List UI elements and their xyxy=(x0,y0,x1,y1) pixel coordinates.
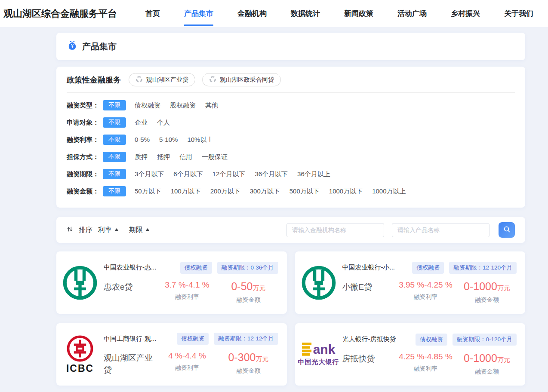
bank-product-fullname: 中国农业银行-惠... xyxy=(104,263,175,272)
policy-loan-button[interactable]: 观山湖区政采合同贷 xyxy=(202,73,281,86)
nav-item-label: 首页 xyxy=(145,9,160,18)
everbright-ank-text: ank xyxy=(313,343,336,356)
product-search-input[interactable] xyxy=(392,223,490,237)
filter-option[interactable]: 3个月以下 xyxy=(135,170,164,178)
policy-buttons: 观山湖区产业贷 观山湖区政采合同贷 xyxy=(129,73,281,86)
card-main-row: 惠农e贷 3.7 %-4.1 % 融资利率 0-50万元 融资金额 xyxy=(104,280,278,304)
filter-option[interactable]: 股权融资 xyxy=(170,101,196,110)
main-nav: 首页 产品集市 金融机构 数据统计 新闻政策 活动广场 乡村振兴 xyxy=(145,0,548,27)
nav-item[interactable]: 产品集市 xyxy=(184,0,213,27)
filter-row-label: 申请对象： xyxy=(67,119,99,127)
card-main-row: 房抵快贷 4.25 %-4.85 % 融资利率 0-1000万元 融资金额 xyxy=(342,352,517,376)
product-card[interactable]: ICBC ank xyxy=(56,251,287,314)
abc-bank-logo-icon xyxy=(62,265,98,300)
financing-term-tag: 融资期限：12-120个月 xyxy=(449,262,517,274)
nav-item[interactable]: 新闻政策 xyxy=(344,0,373,27)
nav-item[interactable]: 乡村振兴 xyxy=(451,0,480,27)
filter-option[interactable]: 6个月以下 xyxy=(173,170,203,178)
page-content: ¥ 产品集市 政策性金融服务 观山湖区产业贷 xyxy=(56,33,525,392)
policy-loan-button[interactable]: 观山湖区产业贷 xyxy=(129,73,195,86)
filter-option[interactable]: 抵押 xyxy=(157,153,170,161)
filter-option[interactable]: 50万以下 xyxy=(135,187,161,196)
filter-option-selected[interactable]: 不限 xyxy=(103,186,126,196)
sort-controls: 排序 利率 期限 xyxy=(67,226,150,235)
filter-option[interactable]: 100万以下 xyxy=(171,187,201,196)
filter-row: 担保方式： 不限 质押 抵押 信用 一般保证 xyxy=(67,152,515,162)
page-header-panel: ¥ 产品集市 xyxy=(56,33,525,60)
sort-label: 排序 xyxy=(79,226,92,235)
search-button[interactable] xyxy=(499,222,515,238)
nav-item[interactable]: 首页 xyxy=(145,0,160,27)
filter-option[interactable]: 5-10% xyxy=(159,136,178,144)
card-main-row: 小微E贷 3.95 %-4.25 % 融资利率 0-1000万元 融资金额 xyxy=(342,280,517,304)
filter-panel: 政策性金融服务 观山湖区产业贷 xyxy=(56,67,525,208)
filter-option-selected[interactable]: 不限 xyxy=(103,169,126,179)
filter-option[interactable]: 300万以下 xyxy=(250,187,280,196)
filter-option-selected[interactable]: 不限 xyxy=(103,100,126,110)
product-card-grid: ICBC ank xyxy=(56,251,525,386)
amount-unit: 万元 xyxy=(253,284,266,291)
product-name: 观山湖区产业贷 xyxy=(104,351,156,376)
filter-option-selected[interactable]: 不限 xyxy=(103,117,126,128)
filter-option[interactable]: 1000万以下 xyxy=(329,187,363,196)
institution-search-input[interactable] xyxy=(286,223,384,237)
filter-option[interactable]: 36个月以下 xyxy=(255,170,288,178)
filter-options: 50万以下 100万以下 200万以下 300万以下 500万以下 1000万以… xyxy=(135,187,406,196)
filter-option[interactable]: 200万以下 xyxy=(210,187,240,196)
filter-option[interactable]: 企业 xyxy=(135,119,148,127)
amount-unit: 万元 xyxy=(497,284,510,291)
amount-value: 0-50万元 xyxy=(219,280,278,293)
sort-options: 利率 期限 xyxy=(98,226,150,235)
product-card[interactable]: ICBC ank xyxy=(295,323,526,386)
product-card[interactable]: ICBC ank xyxy=(56,323,287,386)
filter-option[interactable]: 0-5% xyxy=(135,136,150,144)
filter-option[interactable]: 一般保证 xyxy=(202,153,228,161)
amount-metric: 0-1000万元 融资金额 xyxy=(457,280,517,304)
rate-label: 融资利率 xyxy=(394,365,457,373)
filter-option[interactable]: 质押 xyxy=(135,153,148,161)
nav-item-label: 产品集市 xyxy=(184,9,213,18)
card-header-row: 中国农业银行-小... 债权融资 融资期限：12-120个月 xyxy=(342,262,517,274)
card-body: 中国农业银行-惠... 债权融资 融资期限：0-36个月 惠农e贷 3.7 %-… xyxy=(104,262,278,304)
filter-row-label: 融资金额： xyxy=(67,187,99,196)
nav-item[interactable]: 活动广场 xyxy=(397,0,427,27)
search-group xyxy=(286,222,515,238)
financing-term-tag: 融资期限：0-36个月 xyxy=(217,262,278,274)
filter-option[interactable]: 其他 xyxy=(205,101,218,110)
filter-row: 申请对象： 不限 企业 个人 xyxy=(67,117,515,128)
product-name: 小微E贷 xyxy=(342,280,394,293)
product-card[interactable]: ICBC ank xyxy=(295,251,526,314)
amount-value: 0-300万元 xyxy=(219,351,278,364)
filter-option-selected[interactable]: 不限 xyxy=(103,135,126,145)
filter-option[interactable]: 500万以下 xyxy=(289,187,320,196)
nav-item-label: 金融机构 xyxy=(237,9,267,18)
nav-item[interactable]: 关于我们 xyxy=(504,0,533,27)
nav-item[interactable]: 数据统计 xyxy=(291,0,320,27)
filter-row: 融资金额： 不限 50万以下 100万以下 200万以下 300万以下 xyxy=(67,186,515,196)
filter-row: 融资期限： 不限 3个月以下 6个月以下 12个月以下 36个月以下 xyxy=(67,169,515,179)
filter-option[interactable]: 1000万以上 xyxy=(372,187,406,196)
filter-options: 质押 抵押 信用 一般保证 xyxy=(135,153,228,161)
sort-option[interactable]: 利率 xyxy=(98,226,119,235)
sort-option[interactable]: 期限 xyxy=(129,226,150,235)
nav-item[interactable]: 金融机构 xyxy=(237,0,267,27)
everbright-gold-e-icon xyxy=(302,343,313,356)
amount-number: 0-1000 xyxy=(464,352,497,364)
nav-item-label: 活动广场 xyxy=(397,9,427,18)
moneybag-icon: ¥ xyxy=(67,40,78,53)
filter-option[interactable]: 12个月以下 xyxy=(212,170,246,178)
card-header-row: 中国工商银行-观... 债权融资 融资期限：12-12个月 xyxy=(104,333,278,345)
rate-value: 4.25 %-4.85 % xyxy=(394,352,457,361)
rate-label: 融资利率 xyxy=(156,364,219,372)
filter-option[interactable]: 10%以上 xyxy=(187,136,213,144)
filter-option[interactable]: 个人 xyxy=(157,119,170,127)
filter-option[interactable]: 债权融资 xyxy=(135,101,160,110)
filter-option[interactable]: 信用 xyxy=(179,153,192,161)
page-title: 产品集市 xyxy=(82,41,117,52)
filter-option-selected[interactable]: 不限 xyxy=(103,152,126,162)
card-main-row: 观山湖区产业贷 4 %-4.4 % 融资利率 0-300万元 融资金额 xyxy=(104,351,278,376)
policy-finance-section: 政策性金融服务 观山湖区产业贷 xyxy=(67,67,515,93)
rate-label: 融资利率 xyxy=(394,293,457,301)
rate-metric: 4.25 %-4.85 % 融资利率 xyxy=(394,352,457,373)
filter-option[interactable]: 36个月以上 xyxy=(297,170,330,178)
